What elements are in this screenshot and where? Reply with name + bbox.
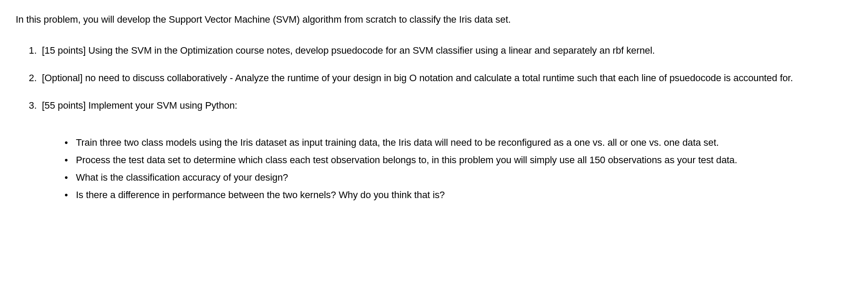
list-item: [55 points] Implement your SVM using Pyt… <box>29 98 852 202</box>
intro-paragraph: In this problem, you will develop the Su… <box>16 12 852 27</box>
list-item: [15 points] Using the SVM in the Optimiz… <box>29 43 852 58</box>
sub-list-item: Process the test data set to determine w… <box>65 153 852 168</box>
list-item: [Optional] no need to discuss collaborat… <box>29 71 852 85</box>
list-item-text: [Optional] no need to discuss collaborat… <box>42 72 793 83</box>
main-ordered-list: [15 points] Using the SVM in the Optimiz… <box>16 43 852 202</box>
sub-list-item-text: Process the test data set to determine w… <box>76 154 737 165</box>
sub-list-item-text: Train three two class models using the I… <box>76 137 719 148</box>
sub-list-item-text: Is there a difference in performance bet… <box>76 189 445 200</box>
sub-list-item: What is the classification accuracy of y… <box>65 170 852 185</box>
sub-list-item-text: What is the classification accuracy of y… <box>76 172 288 183</box>
list-item-text: [15 points] Using the SVM in the Optimiz… <box>42 45 655 56</box>
sub-list-item: Train three two class models using the I… <box>65 135 852 150</box>
sub-bullet-list: Train three two class models using the I… <box>42 135 852 202</box>
list-item-text: [55 points] Implement your SVM using Pyt… <box>42 100 237 111</box>
sub-list-item: Is there a difference in performance bet… <box>65 188 852 202</box>
